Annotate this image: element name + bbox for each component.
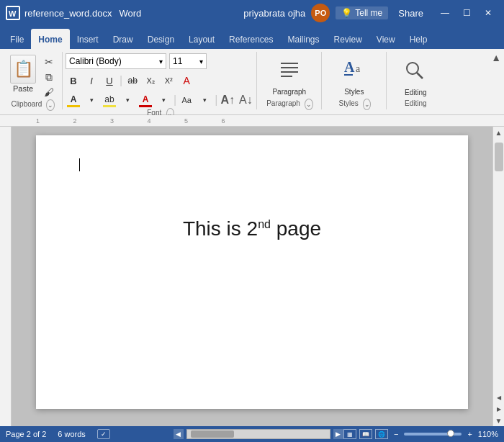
- tab-references[interactable]: References: [222, 29, 280, 49]
- copy-button[interactable]: ⧉: [40, 70, 58, 84]
- font-chevron-3[interactable]: ▾: [156, 92, 171, 108]
- font-name-dropdown[interactable]: Calibri (Body) ▾: [66, 53, 166, 69]
- svg-text:a: a: [356, 63, 361, 74]
- svg-text:A: A: [344, 59, 355, 75]
- clipboard-expand-button[interactable]: ⌄: [46, 99, 55, 111]
- word-count: 6 words: [58, 430, 86, 438]
- tab-insert[interactable]: Insert: [70, 29, 106, 49]
- underline-button[interactable]: U: [102, 73, 117, 89]
- page-text-after: page: [271, 217, 321, 240]
- tab-file[interactable]: File: [3, 29, 31, 49]
- print-layout-button[interactable]: ▦: [343, 429, 356, 439]
- highlight-color-button[interactable]: ab: [102, 92, 117, 108]
- paste-button[interactable]: 📋 Paste: [7, 53, 39, 94]
- hscroll-right-button[interactable]: ▶: [333, 429, 343, 439]
- superscript-button[interactable]: X²: [161, 73, 176, 89]
- subscript-button[interactable]: X₂: [143, 73, 158, 89]
- zoom-plus[interactable]: +: [467, 430, 472, 438]
- scroll-thumb[interactable]: [495, 143, 503, 171]
- close-button[interactable]: ✕: [478, 3, 498, 23]
- styles-button[interactable]: A a Styles: [336, 53, 373, 99]
- tab-review[interactable]: Review: [327, 29, 369, 49]
- font-size-value: 11: [173, 56, 182, 66]
- hscroll-left-button[interactable]: ◀: [174, 429, 184, 439]
- font-color-button[interactable]: A: [66, 92, 81, 108]
- tell-me-search[interactable]: 💡 Tell me: [336, 6, 388, 19]
- clipboard-label-row: Clipboard ⌄: [10, 99, 55, 111]
- font-chevron-1[interactable]: ▾: [84, 92, 99, 108]
- format-painter-button[interactable]: 🖌: [40, 85, 58, 99]
- tab-design[interactable]: Design: [140, 29, 181, 49]
- ribbon-tab-bar: File Home Insert Draw Design Layout Refe…: [0, 26, 504, 49]
- font-row1: Calibri (Body) ▾ 11 ▾: [66, 53, 207, 69]
- tab-view[interactable]: View: [369, 29, 402, 49]
- prev-page-button[interactable]: ◀: [493, 392, 505, 403]
- scroll-track[interactable]: [493, 138, 505, 268]
- share-button[interactable]: Share: [394, 6, 428, 20]
- tab-home[interactable]: Home: [31, 29, 69, 49]
- decrease-font-button[interactable]: A↓: [238, 92, 253, 108]
- editing-group-label: Editing: [405, 99, 427, 109]
- minimize-button[interactable]: —: [435, 3, 455, 23]
- next-page-button[interactable]: ▶: [493, 403, 505, 415]
- styles-group: A a Styles Styles ⌄: [322, 52, 387, 109]
- editing-content: Editing: [397, 52, 434, 99]
- zoom-slider[interactable]: [404, 433, 462, 436]
- user-avatar[interactable]: PO: [311, 4, 330, 22]
- bold-button[interactable]: B: [66, 73, 81, 89]
- lightbulb-icon: 💡: [341, 8, 352, 18]
- zoom-thumb[interactable]: [447, 430, 454, 437]
- tab-layout[interactable]: Layout: [181, 29, 222, 49]
- horizontal-scrollbar-track[interactable]: [186, 429, 330, 439]
- styles-expand-button[interactable]: ⌄: [363, 99, 371, 110]
- scroll-up-button[interactable]: ▲: [493, 127, 505, 138]
- ruler-content: 1 2 3 4 5 6: [36, 117, 241, 125]
- strikethrough-button[interactable]: ab: [125, 73, 140, 89]
- page-count: Page 2 of 2: [6, 430, 46, 438]
- font-name-chevron: ▾: [159, 58, 163, 66]
- font-content: Calibri (Body) ▾ 11 ▾ B I U | ab X₂ X² A: [66, 52, 253, 108]
- ribbon-scroll-right[interactable]: ▲: [491, 52, 501, 63]
- document-title: reference_word.docx: [24, 8, 112, 19]
- document-page[interactable]: This is 2nd page: [36, 135, 468, 409]
- styles-icon: A a: [341, 56, 367, 87]
- editing-group: Editing Editing: [387, 52, 444, 109]
- clear-format-button[interactable]: A: [179, 73, 194, 89]
- tab-mailings[interactable]: Mailings: [280, 29, 326, 49]
- tab-draw[interactable]: Draw: [106, 29, 140, 49]
- read-mode-button[interactable]: 📖: [359, 429, 372, 439]
- cut-button[interactable]: ✂: [40, 55, 58, 69]
- font-color-a-button[interactable]: A: [138, 92, 153, 108]
- editing-label-row: Editing: [405, 99, 427, 109]
- vertical-scrollbar[interactable]: ▲ ◀ ▶ ▼: [492, 127, 504, 426]
- horizontal-scrollbar-thumb[interactable]: [191, 430, 234, 438]
- zoom-level: 110%: [478, 430, 498, 438]
- ruler: 1 2 3 4 5 6: [0, 115, 504, 127]
- svg-point-9: [407, 63, 418, 74]
- italic-button[interactable]: I: [84, 73, 99, 89]
- font-name-value: Calibri (Body): [69, 56, 122, 66]
- status-bar-left: Page 2 of 2 6 words ✓: [6, 429, 174, 439]
- editing-button[interactable]: Editing: [397, 54, 434, 99]
- clipboard-content: 📋 Paste ✂ ⧉ 🖌: [7, 52, 58, 99]
- paste-icon: 📋: [10, 55, 36, 84]
- page-text-before: This is 2: [183, 217, 258, 240]
- paragraph-expand-button[interactable]: ⌄: [305, 99, 314, 110]
- case-button[interactable]: Aa: [179, 92, 194, 108]
- paragraph-label: Paragraph: [272, 88, 306, 96]
- ribbon-body: 📋 Paste ✂ ⧉ 🖌 Clipboard ⌄ Calibri (Body)…: [0, 49, 504, 115]
- font-size-dropdown[interactable]: 11 ▾: [169, 53, 207, 69]
- web-layout-button[interactable]: 🌐: [375, 429, 388, 439]
- proofing-icon[interactable]: ✓: [97, 429, 110, 439]
- font-chevron-2[interactable]: ▾: [120, 92, 135, 108]
- increase-font-button[interactable]: A↑: [220, 92, 235, 108]
- document-viewport[interactable]: This is 2nd page: [12, 127, 492, 426]
- restore-button[interactable]: ☐: [456, 3, 477, 23]
- case-chevron[interactable]: ▾: [197, 92, 212, 108]
- scroll-down-button[interactable]: ▼: [493, 415, 505, 426]
- paragraph-button[interactable]: Paragraph: [266, 53, 312, 99]
- paragraph-label-row: Paragraph ⌄: [265, 99, 313, 110]
- divider-3: |: [215, 94, 217, 107]
- zoom-minus[interactable]: −: [394, 430, 398, 438]
- tab-help[interactable]: Help: [402, 29, 435, 49]
